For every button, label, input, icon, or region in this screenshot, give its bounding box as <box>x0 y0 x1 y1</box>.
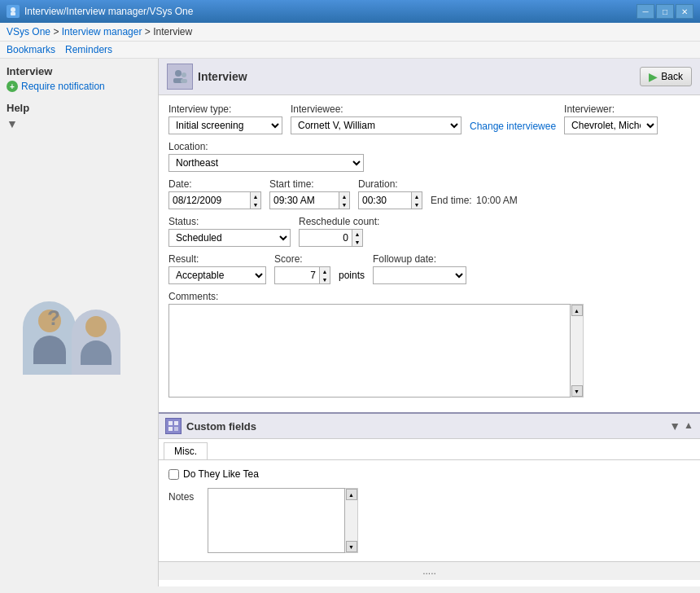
date-spin-up[interactable]: ▲ <box>251 192 260 200</box>
breadcrumb-part2[interactable]: Interview manager <box>62 26 142 37</box>
custom-fields-body: Misc. Do They Like Tea Notes ▲ ▼ <box>159 438 700 561</box>
reschedule-spinner: ▲ ▼ <box>352 229 363 247</box>
interviewer-select[interactable]: Chevrolet, Michelle <box>564 116 658 134</box>
bookmarks-link[interactable]: Bookmarks <box>7 44 55 55</box>
duration-input[interactable]: 00:30 <box>358 191 411 209</box>
back-label: Back <box>661 71 683 82</box>
start-time-input-wrapper: 09:30 AM ▲ ▼ <box>269 191 350 209</box>
change-interviewee-link[interactable]: Change interviewee <box>470 121 556 134</box>
points-label: points <box>339 270 365 284</box>
notes-row: Notes ▲ ▼ <box>168 488 690 553</box>
date-spin-down[interactable]: ▼ <box>251 200 260 209</box>
start-time-input[interactable]: 09:30 AM <box>269 191 339 209</box>
sidebar-avatars: ? <box>7 293 151 391</box>
comments-scroll-up[interactable]: ▲ <box>571 305 583 316</box>
back-button[interactable]: ▶ Back <box>640 67 692 86</box>
end-time-value: 10:00 AM <box>476 195 518 206</box>
followup-date-select[interactable] <box>373 266 466 284</box>
misc-tab-bar: Misc. <box>159 439 700 460</box>
duration-spin-up[interactable]: ▲ <box>412 192 422 200</box>
plus-icon: + <box>7 81 18 92</box>
notes-textarea[interactable] <box>208 488 345 553</box>
reminders-link[interactable]: Reminders <box>65 44 112 55</box>
svg-rect-7 <box>174 421 178 425</box>
start-time-spin-down[interactable]: ▼ <box>339 200 349 209</box>
notes-scrollbar: ▲ ▼ <box>345 488 358 553</box>
form-row-3: Date: 08/12/2009 ▲ ▼ Start time: 09:30 A… <box>168 178 690 209</box>
misc-tab[interactable]: Misc. <box>164 442 208 459</box>
result-select[interactable]: Acceptable <box>168 266 266 284</box>
sidebar-item-require-notification[interactable]: + Require notification <box>7 81 151 92</box>
svg-rect-5 <box>181 79 187 83</box>
start-time-spin-up[interactable]: ▲ <box>339 192 349 200</box>
avatar-right <box>72 310 120 375</box>
close-button[interactable]: ✕ <box>676 4 693 19</box>
breadcrumb-part1[interactable]: VSys One <box>7 26 50 37</box>
window-title: Interview/Interview manager/VSys One <box>24 6 637 17</box>
comments-scroll-down[interactable]: ▼ <box>571 385 583 397</box>
score-group: Score: 7 ▲ ▼ <box>274 253 330 284</box>
score-spin-up[interactable]: ▲ <box>320 267 330 275</box>
duration-spin-down[interactable]: ▼ <box>412 200 422 209</box>
score-spin-down[interactable]: ▼ <box>320 275 330 283</box>
followup-date-group: Followup date: <box>373 253 466 284</box>
reschedule-input[interactable]: 0 <box>299 229 352 247</box>
interview-form: Interview type: Initial screening Interv… <box>159 95 700 412</box>
interview-type-label: Interview type: <box>168 103 282 115</box>
status-label: Status: <box>168 216 291 227</box>
avatar-group: ? <box>23 293 120 375</box>
app-icon <box>7 5 20 18</box>
minimize-button[interactable]: ─ <box>637 4 654 19</box>
interview-title: Interview <box>198 70 247 83</box>
duration-group: Duration: 00:30 ▲ ▼ <box>358 178 422 209</box>
avatar-left: ? <box>23 301 76 375</box>
reschedule-spin-up[interactable]: ▲ <box>352 230 362 238</box>
location-select[interactable]: Northeast <box>168 154 364 172</box>
breadcrumb-sep2: > <box>145 26 153 37</box>
do-they-like-tea-label: Do They Like Tea <box>183 468 259 480</box>
svg-rect-9 <box>174 427 178 431</box>
maximize-button[interactable]: □ <box>656 4 674 19</box>
misc-content: Do They Like Tea Notes ▲ ▼ <box>159 460 700 561</box>
interview-header: Interview ▶ Back <box>159 59 700 95</box>
back-arrow-icon: ▶ <box>649 70 658 83</box>
notes-scroll-down[interactable]: ▼ <box>346 541 357 552</box>
date-input[interactable]: 08/12/2009 <box>168 191 250 209</box>
svg-rect-6 <box>168 421 173 425</box>
comments-label: Comments: <box>168 291 218 302</box>
breadcrumb-part3: Interview <box>153 26 192 37</box>
result-group: Result: Acceptable <box>168 253 266 284</box>
interview-header-icon <box>167 64 193 90</box>
custom-fields-header[interactable]: Custom fields ▼ ▲ <box>159 414 700 438</box>
end-time-label: End time: 10:00 AM <box>431 195 518 209</box>
reschedule-spin-down[interactable]: ▼ <box>352 238 362 246</box>
location-group: Location: Northeast <box>168 141 364 172</box>
date-spinner: ▲ ▼ <box>250 191 261 209</box>
interviewee-select[interactable]: Cornett V, William <box>291 116 462 134</box>
interview-type-select[interactable]: Initial screening <box>168 116 282 134</box>
score-input-wrapper: 7 ▲ ▼ <box>274 266 330 284</box>
interviewer-label: Interviewer: <box>564 103 658 115</box>
date-group: Date: 08/12/2009 ▲ ▼ <box>168 178 261 209</box>
form-row-6: Comments: ▲ ▼ <box>168 291 690 398</box>
date-label: Date: <box>168 178 261 190</box>
interview-type-group: Interview type: Initial screening <box>168 103 282 134</box>
form-row-5: Result: Acceptable Score: 7 ▲ ▼ p <box>168 253 690 284</box>
duration-spinner: ▲ ▼ <box>411 191 422 209</box>
score-input[interactable]: 7 <box>274 266 319 284</box>
followup-date-label: Followup date: <box>373 253 466 265</box>
toolbar-bar: Bookmarks Reminders <box>0 42 700 59</box>
notes-scroll-up[interactable]: ▲ <box>346 489 357 500</box>
sidebar-section-help: Help <box>7 102 151 114</box>
status-select[interactable]: Scheduled <box>168 229 291 247</box>
svg-point-4 <box>182 72 186 77</box>
comments-textarea[interactable] <box>168 304 571 398</box>
do-they-like-tea-checkbox[interactable] <box>168 469 179 480</box>
duration-input-wrapper: 00:30 ▲ ▼ <box>358 191 422 209</box>
status-group: Status: Scheduled <box>168 216 291 247</box>
reschedule-label: Reschedule count: <box>299 216 379 227</box>
bottom-dots: ..... <box>159 561 700 580</box>
interviewer-group: Interviewer: Chevrolet, Michelle <box>564 103 658 134</box>
custom-fields-dropdown-icon: ▼ <box>669 419 680 433</box>
sidebar-expand-arrow[interactable]: ▼ <box>7 117 151 130</box>
